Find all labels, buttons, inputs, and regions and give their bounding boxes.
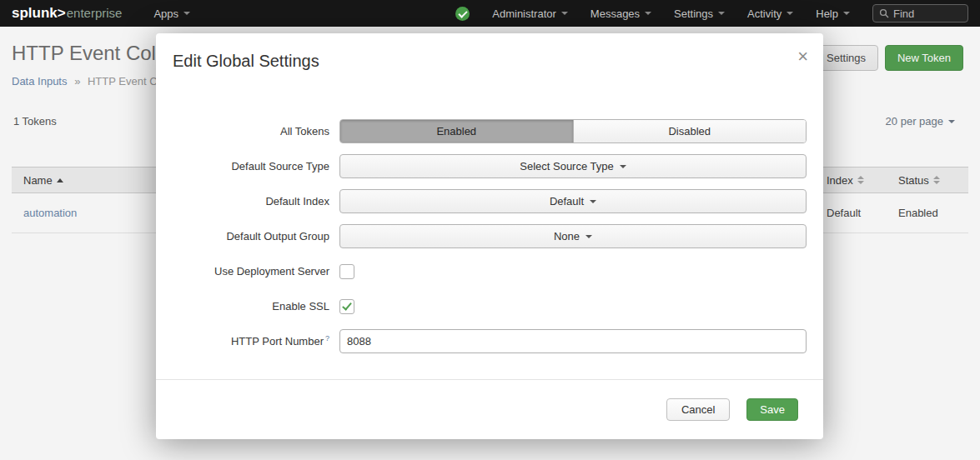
modal-header: Edit Global Settings × (156, 33, 823, 85)
messages-menu-label: Messages (591, 8, 640, 20)
chevron-down-icon (718, 12, 725, 15)
status-check-circle-icon[interactable] (455, 7, 470, 21)
sort-icon (933, 176, 940, 184)
enable-ssl-row: Enable SSL (173, 294, 807, 318)
help-menu[interactable]: Help (816, 8, 850, 20)
all-tokens-enabled-button[interactable]: Enabled (340, 120, 573, 142)
messages-menu[interactable]: Messages (591, 8, 651, 20)
default-output-group-label: Default Output Group (173, 230, 329, 242)
default-index-dropdown[interactable]: Default (339, 189, 807, 213)
settings-menu[interactable]: Settings (674, 8, 725, 20)
new-token-button[interactable]: New Token (885, 45, 963, 71)
token-name-link[interactable]: automation (23, 207, 77, 219)
default-index-label: Default Index (173, 195, 329, 208)
all-tokens-disabled-button[interactable]: Disabled (573, 120, 807, 142)
chevron-down-icon (948, 120, 955, 123)
logo-brand: splunk (12, 5, 58, 21)
edit-global-settings-modal: Edit Global Settings × All Tokens Enable… (156, 33, 823, 439)
find-input[interactable] (893, 8, 962, 20)
use-deployment-server-label: Use Deployment Server (173, 265, 329, 278)
column-label-status: Status (898, 174, 929, 187)
settings-menu-label: Settings (674, 8, 713, 20)
token-index-cell: Default (827, 207, 898, 219)
enable-ssl-control (339, 294, 807, 318)
chevron-down-icon (590, 200, 596, 203)
http-port-input[interactable] (339, 329, 807, 353)
modal-footer: Cancel Save (156, 379, 823, 439)
column-header-index[interactable]: Index (827, 174, 898, 187)
cancel-button[interactable]: Cancel (666, 398, 730, 421)
column-label-index: Index (827, 174, 853, 187)
search-icon (879, 8, 889, 18)
all-tokens-toggle-group: Enabled Disabled (339, 119, 807, 143)
help-menu-label: Help (816, 8, 838, 20)
source-type-dropdown[interactable]: Select Source Type (339, 154, 807, 178)
default-source-type-label: Default Source Type (173, 160, 329, 172)
use-deployment-server-control (339, 259, 807, 283)
output-group-value: None (554, 230, 580, 242)
breadcrumb-data-inputs-link[interactable]: Data Inputs (12, 75, 68, 88)
source-type-value: Select Source Type (520, 160, 614, 172)
per-page-label: 20 per page (886, 115, 943, 128)
http-port-label-text: HTTP Port Number (231, 336, 324, 348)
http-port-row: HTTP Port Number? (173, 329, 807, 353)
chevron-down-icon (183, 12, 190, 15)
use-deployment-server-checkbox[interactable] (339, 264, 354, 279)
default-index-value: Default (550, 195, 584, 208)
all-tokens-row: All Tokens Enabled Disabled (173, 119, 807, 143)
column-header-status[interactable]: Status (898, 174, 968, 187)
default-output-group-row: Default Output Group None (173, 224, 807, 248)
per-page-selector[interactable]: 20 per page (886, 115, 955, 128)
all-tokens-label: All Tokens (173, 125, 329, 138)
save-button[interactable]: Save (746, 398, 798, 421)
modal-title: Edit Global Settings (173, 52, 807, 71)
output-group-dropdown[interactable]: None (339, 224, 807, 248)
check-icon (342, 300, 352, 310)
token-count-label: 1 Tokens (13, 115, 57, 128)
modal-body: All Tokens Enabled Disabled Default Sour… (156, 85, 823, 353)
help-icon[interactable]: ? (325, 334, 329, 342)
chevron-down-icon (561, 12, 568, 15)
sort-icon (857, 176, 864, 184)
activity-menu[interactable]: Activity (747, 8, 793, 20)
find-search-box[interactable] (872, 4, 968, 22)
chevron-down-icon (620, 165, 626, 168)
administrator-menu[interactable]: Administrator (492, 8, 568, 20)
enable-ssl-label: Enable SSL (173, 300, 329, 312)
breadcrumb-separator: » (74, 75, 80, 88)
navbar-right-group: Administrator Messages Settings Activity… (455, 4, 968, 22)
screen: splunk>enterprise Apps Administrator Mes… (0, 0, 980, 460)
apps-menu[interactable]: Apps (153, 8, 190, 20)
enable-ssl-checkbox[interactable] (339, 299, 354, 314)
logo-product: enterprise (67, 6, 123, 20)
default-source-type-row: Default Source Type Select Source Type (173, 154, 807, 178)
chevron-down-icon (645, 12, 651, 15)
chevron-down-icon (585, 235, 592, 238)
token-status-cell: Enabled (898, 207, 968, 219)
http-port-label: HTTP Port Number? (173, 334, 329, 348)
administrator-menu-label: Administrator (492, 8, 556, 20)
use-deployment-server-row: Use Deployment Server (173, 259, 807, 283)
column-label-name: Name (23, 174, 53, 187)
activity-menu-label: Activity (747, 8, 781, 20)
top-navbar: splunk>enterprise Apps Administrator Mes… (0, 0, 980, 27)
default-index-row: Default Index Default (173, 189, 807, 213)
splunk-logo[interactable]: splunk>enterprise (12, 5, 122, 22)
logo-chevron: > (58, 5, 66, 21)
sort-ascending-icon (57, 178, 63, 182)
close-icon[interactable]: × (797, 48, 808, 66)
chevron-down-icon (787, 12, 793, 15)
apps-menu-label: Apps (153, 8, 178, 20)
chevron-down-icon (843, 12, 850, 15)
